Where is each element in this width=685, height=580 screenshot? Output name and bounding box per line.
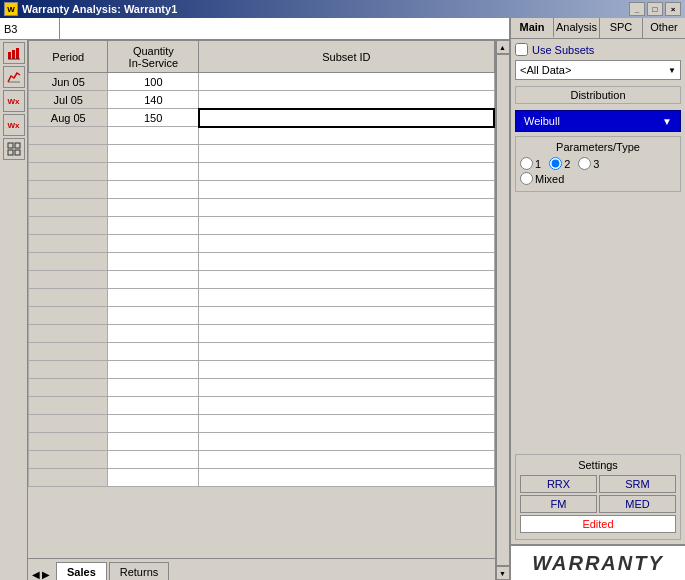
radio-3[interactable] [578, 157, 591, 170]
table-row [29, 235, 495, 253]
table-row [29, 271, 495, 289]
use-subsets-label: Use Subsets [532, 44, 594, 56]
settings-grid: RRX SRM FM MED Edited [520, 475, 676, 533]
maximize-button[interactable]: □ [647, 2, 663, 16]
distribution-label: Distribution [515, 86, 681, 104]
cell-period-2[interactable]: Jul 05 [29, 91, 108, 109]
scroll-track[interactable] [496, 54, 510, 566]
radio-3-item: 3 [578, 157, 599, 170]
table-row [29, 199, 495, 217]
svg-rect-8 [15, 150, 20, 155]
distribution-value: Weibull [524, 115, 560, 127]
cell-reference: B3 [0, 18, 60, 39]
header-period: Period [29, 41, 108, 73]
svg-rect-5 [8, 143, 13, 148]
svg-rect-1 [12, 50, 15, 59]
left-panel: B3 [0, 18, 510, 580]
cell-subset-2[interactable] [199, 91, 494, 109]
med-button[interactable]: MED [599, 495, 676, 513]
tool-wx1-button[interactable]: Wx [3, 90, 25, 112]
svg-rect-6 [15, 143, 20, 148]
radio-1-label: 1 [535, 158, 541, 170]
radio-mixed-item: Mixed [520, 172, 564, 185]
left-toolbar: Wx Wx [0, 40, 28, 580]
table-row [29, 307, 495, 325]
title-text: Warranty Analysis: Warranty1 [22, 3, 177, 15]
table-row: Jun 05 100 [29, 73, 495, 91]
params-label: Parameters/Type [520, 141, 676, 153]
table-row [29, 361, 495, 379]
header-subset: Subset ID [199, 41, 494, 73]
cell-period-1[interactable]: Jun 05 [29, 73, 108, 91]
parameters-section: Parameters/Type 1 2 3 [515, 136, 681, 192]
right-tabs: Main Analysis SPC Other [511, 18, 685, 39]
radio-2-item: 2 [549, 157, 570, 170]
radio-2[interactable] [549, 157, 562, 170]
table-row: Aug 05 150 [29, 109, 495, 127]
rrx-button[interactable]: RRX [520, 475, 597, 493]
title-bar: W Warranty Analysis: Warranty1 _ □ × [0, 0, 685, 18]
table-row [29, 415, 495, 433]
settings-section: Settings RRX SRM FM MED Edited [515, 454, 681, 540]
app-icon: W [4, 2, 18, 16]
radio-1[interactable] [520, 157, 533, 170]
formula-input[interactable] [60, 18, 509, 39]
tab-main[interactable]: Main [511, 18, 554, 38]
scroll-up-button[interactable]: ▲ [496, 40, 510, 54]
table-row [29, 469, 495, 487]
cell-subset-1[interactable] [199, 73, 494, 91]
right-content: Use Subsets <All Data> ▼ Distribution We… [511, 39, 685, 544]
table-row [29, 145, 495, 163]
tool-line-button[interactable] [3, 66, 25, 88]
cell-subset-3[interactable] [199, 109, 494, 127]
tab-spc[interactable]: SPC [600, 18, 643, 38]
close-button[interactable]: × [665, 2, 681, 16]
header-qty: QuantityIn-Service [108, 41, 199, 73]
tool-grid-button[interactable] [3, 138, 25, 160]
distribution-dropdown[interactable]: Weibull ▼ [515, 110, 681, 132]
chevron-down-icon: ▼ [662, 116, 672, 127]
minimize-button[interactable]: _ [629, 2, 645, 16]
srm-button[interactable]: SRM [599, 475, 676, 493]
window-controls[interactable]: _ □ × [629, 2, 681, 16]
cell-qty-1[interactable]: 100 [108, 73, 199, 91]
subset-dropdown-value: <All Data> [520, 64, 571, 76]
bottom-tabs: ◀ ▶ Sales Returns [28, 558, 495, 580]
edited-status: Edited [520, 515, 676, 533]
tool-wx2-button[interactable]: Wx [3, 114, 25, 136]
svg-rect-2 [16, 48, 19, 59]
scroll-down-button[interactable]: ▼ [496, 566, 510, 580]
table-row [29, 181, 495, 199]
vertical-scrollbar[interactable]: ▲ ▼ [495, 40, 509, 580]
radio-2-label: 2 [564, 158, 570, 170]
warranty-text: WARRANTY [532, 552, 664, 575]
settings-label: Settings [520, 459, 676, 471]
content-area: Wx Wx Period [0, 40, 509, 580]
tab-analysis[interactable]: Analysis [554, 18, 600, 38]
tab-returns[interactable]: Returns [109, 562, 170, 580]
use-subsets-row: Use Subsets [515, 43, 681, 56]
svg-rect-4 [8, 81, 20, 83]
radio-1-item: 1 [520, 157, 541, 170]
table-row [29, 217, 495, 235]
tool-chart-button[interactable] [3, 42, 25, 64]
table-row [29, 289, 495, 307]
cell-qty-3[interactable]: 150 [108, 109, 199, 127]
subset-dropdown[interactable]: <All Data> ▼ [515, 60, 681, 80]
spreadsheet-container: Period QuantityIn-Service Subset ID Jun … [28, 40, 495, 580]
spreadsheet-scroll[interactable]: Period QuantityIn-Service Subset ID Jun … [28, 40, 495, 558]
tab-nav-arrows[interactable]: ◀ ▶ [32, 569, 50, 580]
svg-rect-0 [8, 52, 11, 59]
data-table: Period QuantityIn-Service Subset ID Jun … [28, 40, 495, 487]
radio-3-label: 3 [593, 158, 599, 170]
cell-qty-2[interactable]: 140 [108, 91, 199, 109]
tab-sales[interactable]: Sales [56, 562, 107, 580]
table-row [29, 253, 495, 271]
cell-period-3[interactable]: Aug 05 [29, 109, 108, 127]
tab-other[interactable]: Other [643, 18, 685, 38]
table-row [29, 451, 495, 469]
radio-mixed[interactable] [520, 172, 533, 185]
use-subsets-checkbox[interactable] [515, 43, 528, 56]
warranty-logo: WARRANTY [511, 544, 685, 580]
fm-button[interactable]: FM [520, 495, 597, 513]
